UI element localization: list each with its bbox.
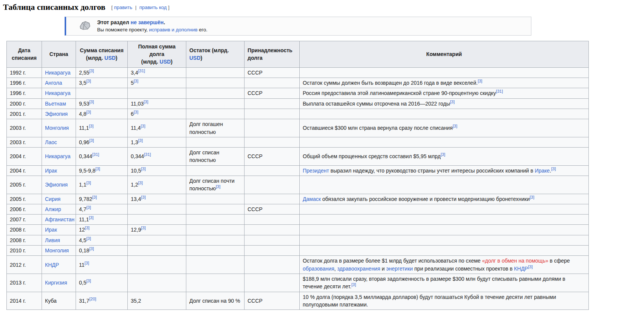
reference-link[interactable]: [3] [86, 205, 91, 210]
wiki-link[interactable]: Ираке [535, 168, 550, 174]
wiki-link[interactable]: Ирак [45, 227, 57, 233]
cell-text: 2013 г. [10, 280, 26, 286]
table-header-row: Дата списанияСтранаСумма списания(млрд. … [7, 41, 589, 67]
reference-link[interactable]: [3] [86, 79, 91, 83]
wiki-link[interactable]: Ангола [45, 80, 62, 86]
wiki-link[interactable]: Сирия [45, 196, 60, 202]
reference-link[interactable]: [3] [89, 138, 94, 143]
table-cell: 2003 г. [7, 119, 42, 137]
reference-link[interactable]: [3] [441, 152, 445, 157]
table-cell [300, 204, 589, 214]
reference-link[interactable]: [3] [138, 138, 142, 143]
wiki-link[interactable]: КНДР [514, 266, 528, 272]
reference-link[interactable]: [3] [134, 79, 138, 83]
reference-link[interactable]: [3] [216, 185, 220, 189]
reference-link[interactable]: [3] [144, 100, 148, 104]
reference-link[interactable]: [3] [86, 278, 91, 283]
wiki-link[interactable]: Вьетнам [45, 101, 66, 107]
reference-link[interactable]: [3] [138, 180, 142, 185]
wiki-link[interactable]: Алжир [45, 206, 61, 212]
table-cell: Выплата оставшейся суммы отсрочена на 20… [300, 98, 589, 109]
wiki-link[interactable]: Никарагуа [45, 90, 70, 96]
reference-marker: [3] [351, 283, 356, 287]
table-cell: Сирия [42, 194, 76, 204]
reference-link[interactable]: [3] [351, 283, 356, 287]
cell-text: и [380, 266, 386, 272]
reference-link[interactable]: [31] [92, 152, 99, 157]
reference-link[interactable]: [3] [89, 68, 94, 73]
reference-link[interactable]: [3] [141, 166, 146, 171]
wiki-link[interactable]: USD [104, 55, 116, 61]
reference-link[interactable]: [3] [86, 110, 91, 114]
reference-link[interactable]: [3] [86, 180, 91, 185]
reference-link[interactable]: [3] [92, 195, 97, 199]
reference-link[interactable]: [3] [141, 124, 145, 129]
reference-link[interactable]: [3] [85, 261, 89, 265]
cell-text: 2001 г. [10, 111, 26, 117]
cell-text: СССР [248, 206, 263, 212]
wiki-link[interactable]: Ирак [45, 168, 57, 174]
table-row: 2004 г.Никарагуа0,344[31]0,344[31]Долг с… [7, 148, 589, 166]
table-cell: 12,9[3] [128, 225, 186, 235]
wiki-link[interactable]: Дамаск [303, 196, 321, 202]
reference-link[interactable]: [3] [453, 124, 457, 129]
wiki-link[interactable]: Ливия [45, 237, 60, 243]
table-cell: 0,344[31] [128, 148, 186, 166]
reference-link[interactable]: [31] [144, 152, 151, 157]
red-wiki-link[interactable]: «долг в обмен на помощь» [482, 258, 548, 264]
improve-section-link[interactable]: исправив и дополнив [149, 27, 198, 33]
reference-link[interactable]: [3] [530, 195, 534, 199]
reference-link[interactable]: [3] [96, 166, 100, 171]
reference-link[interactable]: [3] [86, 236, 91, 241]
wiki-link[interactable]: Никарагуа [45, 153, 70, 159]
reference-marker: [3] [216, 185, 220, 189]
wiki-link[interactable]: Афганистан [45, 216, 74, 222]
cell-text: 10,5 [131, 168, 141, 174]
reference-link[interactable]: [3] [85, 226, 90, 230]
table-cell [245, 215, 300, 225]
table-cell [128, 204, 186, 214]
cell-text: Полная сумма долга [138, 44, 175, 57]
table-cell [186, 194, 245, 204]
reference-link[interactable]: [31] [138, 68, 145, 73]
wiki-link[interactable]: здравоохранения [337, 266, 380, 272]
reference-link[interactable]: [3] [89, 100, 94, 104]
wiki-link[interactable]: Лаос [45, 139, 57, 145]
wiki-link[interactable]: USD [189, 55, 201, 61]
table-cell: 2010 г. [7, 246, 42, 256]
reference-link[interactable]: [3] [89, 124, 93, 129]
cell-text: Комментарий [426, 51, 462, 57]
reference-link[interactable]: [3] [478, 79, 482, 83]
reference-link[interactable]: [3] [134, 110, 138, 114]
wiki-link[interactable]: Эфиопия [45, 182, 68, 188]
wiki-link[interactable]: USD [159, 59, 171, 65]
wiki-link[interactable]: энергетики [386, 266, 413, 272]
table-cell: 0,96[3] [76, 137, 128, 147]
table-cell: 4,8[3] [76, 109, 128, 119]
wiki-link[interactable]: Эфиопия [45, 111, 68, 117]
reference-link[interactable]: [3] [141, 195, 146, 199]
wiki-link[interactable]: Монголия [45, 125, 69, 131]
reference-link[interactable]: [3] [141, 226, 146, 230]
wiki-link[interactable]: Монголия [45, 247, 69, 254]
table-cell: $188,9 млн списали сразу, вторая задолже… [300, 274, 589, 292]
reference-link[interactable]: [3] [89, 246, 94, 251]
edit-code-link[interactable]: править код [139, 5, 167, 10]
wiki-link[interactable]: Никарагуа [45, 70, 70, 76]
reference-link[interactable]: [31] [496, 89, 503, 94]
table-cell [300, 235, 589, 245]
reference-link[interactable]: [3] [528, 264, 533, 269]
section-incomplete-link[interactable]: не завершён [131, 19, 164, 25]
reference-link[interactable]: [3] [551, 166, 556, 171]
table-row: 2014 г.Куба31,7[20]35,2Долг списан на 90… [7, 292, 589, 310]
reference-link[interactable]: [20] [89, 297, 96, 301]
reference-link[interactable]: [3] [450, 100, 455, 104]
wiki-link[interactable]: образования [303, 266, 334, 272]
wiki-link[interactable]: КНДР [45, 262, 59, 268]
wiki-link[interactable]: Киргизия [45, 280, 67, 286]
table-row: 2003 г.Монголия11,1[3]11,4[3]Долг погаше… [7, 119, 589, 137]
table-cell: Монголия [42, 119, 76, 137]
wiki-link[interactable]: Президент [303, 168, 329, 174]
reference-link[interactable]: [3] [89, 216, 93, 220]
edit-link[interactable]: править [114, 5, 132, 10]
